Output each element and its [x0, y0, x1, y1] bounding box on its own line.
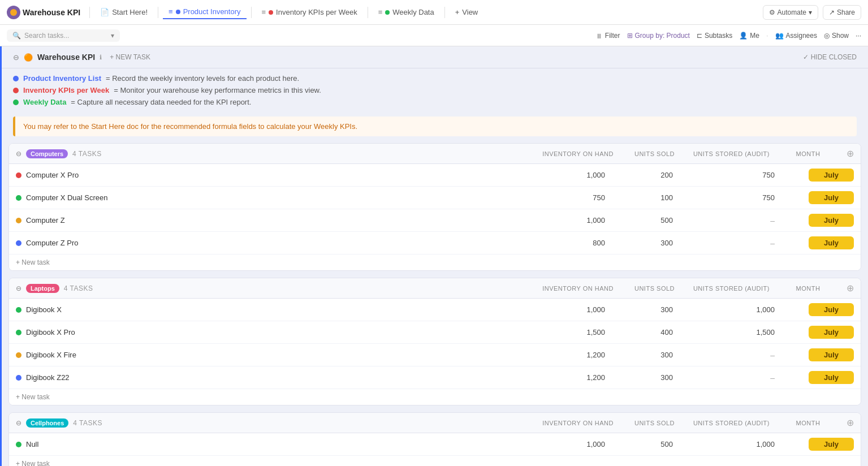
- month-cell[interactable]: July: [775, 214, 854, 227]
- group-header-cellphones: ⊖ Cellphones 4 TASKS INVENTORY ON HAND U…: [9, 413, 861, 433]
- add-field-laptops[interactable]: ⊕: [847, 283, 854, 294]
- task-row-laptops-0[interactable]: Digibook X 1,000 300 1,000 July: [9, 299, 861, 321]
- group-toggle-computers[interactable]: ⊖: [16, 150, 21, 158]
- task-name: Digibook Z22: [26, 373, 70, 382]
- task-row-cellphones-0[interactable]: Null 1,000 500 1,000 July: [9, 433, 861, 456]
- units-stored-cell: 1,000: [673, 305, 775, 314]
- month-cell[interactable]: July: [775, 169, 854, 182]
- units-sold-value: 100: [605, 193, 673, 202]
- info-section: Product Inventory List = Record the week…: [2, 68, 868, 112]
- project-title: Warehouse KPI: [37, 53, 95, 62]
- units-stored-cell: 750: [673, 193, 775, 202]
- nav-divider: [251, 7, 252, 18]
- tab-product-inventory[interactable]: ≡ Product Inventory: [163, 5, 246, 19]
- tab-inventory-kpis[interactable]: ≡ Inventory KPIs per Week: [256, 6, 363, 19]
- task-row-computers-0[interactable]: Computer X Pro 1,000 200 750 July: [9, 164, 861, 187]
- task-dot: [16, 307, 21, 313]
- task-row-laptops-3[interactable]: Digibook Z22 1,200 300 – July: [9, 366, 861, 389]
- assignees-button[interactable]: 👥 Assignees: [775, 32, 817, 40]
- units-sold-value: 500: [605, 440, 673, 448]
- task-name: Computer X Dual Screen: [26, 193, 108, 202]
- month-badge: July: [809, 438, 854, 451]
- task-row-computers-3[interactable]: Computer Z Pro 800 300 – July: [9, 232, 861, 254]
- units-sold-value: 300: [605, 351, 673, 359]
- nav-divider: [158, 7, 158, 18]
- more-icon: ···: [856, 32, 861, 40]
- month-cell[interactable]: July: [775, 348, 854, 361]
- task-row-computers-1[interactable]: Computer X Dual Screen 750 100 750 July: [9, 187, 861, 209]
- month-cell[interactable]: July: [775, 371, 854, 384]
- add-field-cellphones[interactable]: ⊕: [847, 417, 854, 428]
- plus-icon: +: [455, 8, 460, 16]
- filter-button[interactable]: ⫼ Filter: [596, 32, 620, 40]
- column-inventory-computers: INVENTORY ON HAND: [523, 150, 614, 157]
- month-badge: July: [809, 169, 854, 182]
- svg-point-0: [10, 9, 17, 16]
- new-task-button[interactable]: + NEW TASK: [106, 52, 154, 62]
- tab-dot: [269, 10, 273, 15]
- info-row-2: Weekly Data = Capture all necessary data…: [13, 98, 857, 106]
- column-month-cellphones: MONTH: [774, 420, 842, 426]
- group-toggle-cellphones[interactable]: ⊖: [16, 419, 21, 427]
- units-sold-value: 300: [605, 305, 673, 314]
- project-container: ⊖ 🟠 Warehouse KPI ℹ + NEW TASK ✓ HIDE CL…: [0, 46, 868, 466]
- search-box[interactable]: 🔍 Search tasks... ▾: [7, 29, 120, 42]
- info-text-1: = Monitor your warehouse key performance…: [114, 86, 321, 94]
- group-by-button[interactable]: ⊞ Group by: Product: [627, 32, 690, 40]
- nav-divider: [444, 7, 445, 18]
- task-dot: [16, 240, 21, 246]
- task-row-laptops-2[interactable]: Digibook X Fire 1,200 300 – July: [9, 344, 861, 366]
- task-row-laptops-1[interactable]: Digibook X Pro 1,500 400 1,500 July: [9, 321, 861, 344]
- list-icon: ≡: [169, 7, 173, 16]
- alert-text: You may refer to the Start Here doc for …: [23, 122, 357, 131]
- new-task-computers[interactable]: + New task: [9, 254, 861, 270]
- subtasks-icon: ⊏: [697, 32, 702, 40]
- month-badge: July: [809, 236, 854, 249]
- group-cellphones: ⊖ Cellphones 4 TASKS INVENTORY ON HAND U…: [8, 412, 861, 466]
- info-icon[interactable]: ℹ: [100, 54, 102, 61]
- month-cell[interactable]: July: [775, 236, 854, 249]
- inventory-on-hand-value: 750: [503, 193, 605, 202]
- units-sold-value: 300: [605, 239, 673, 247]
- tab-weekly-data[interactable]: ≡ Weekly Data: [373, 6, 440, 19]
- search-icon: 🔍: [12, 32, 21, 40]
- task-name-cell: Computer X Dual Screen: [16, 193, 503, 202]
- month-cell[interactable]: July: [775, 191, 854, 204]
- me-button[interactable]: 👤 Me: [739, 32, 759, 40]
- month-cell[interactable]: July: [775, 303, 854, 316]
- group-computers: ⊖ Computers 4 TASKS INVENTORY ON HAND UN…: [8, 143, 861, 271]
- add-field-computers[interactable]: ⊕: [847, 148, 854, 159]
- task-dot: [16, 195, 21, 201]
- month-cell[interactable]: July: [775, 438, 854, 451]
- units-stored-cell: –: [673, 351, 775, 360]
- group-header-computers: ⊖ Computers 4 TASKS INVENTORY ON HAND UN…: [9, 144, 861, 164]
- collapse-icon[interactable]: ⊖: [13, 53, 19, 62]
- units-stored-cell: 750: [673, 171, 775, 179]
- task-name-cell: Digibook Z22: [16, 373, 503, 382]
- task-dot: [16, 172, 21, 178]
- share-button[interactable]: ↗ Share: [823, 5, 861, 20]
- hide-closed-button[interactable]: ✓ HIDE CLOSED: [803, 53, 857, 61]
- automate-button[interactable]: ⚙ Automate ▾: [763, 5, 818, 20]
- list-icon: ≡: [378, 8, 383, 16]
- more-button[interactable]: ···: [856, 32, 861, 40]
- task-row-computers-2[interactable]: Computer Z 1,000 500 – July: [9, 209, 861, 232]
- tab-add-view[interactable]: + View: [450, 6, 484, 19]
- units-stored-cell: 1,000: [673, 440, 775, 448]
- new-task-laptops[interactable]: + New task: [9, 389, 861, 405]
- inventory-on-hand-value: 1,500: [503, 328, 605, 336]
- share-icon: ↗: [829, 8, 835, 16]
- units-stored-value: –: [770, 216, 775, 225]
- dot-product-inventory: [13, 76, 19, 81]
- show-button[interactable]: ◎ Show: [824, 32, 849, 40]
- month-badge: July: [809, 303, 854, 316]
- column-sold-computers: UNITS SOLD: [618, 150, 675, 157]
- task-name: Null: [26, 440, 38, 448]
- new-task-cellphones[interactable]: + New task: [9, 456, 861, 466]
- month-cell[interactable]: July: [775, 326, 854, 339]
- tab-start-here[interactable]: 📄 Start Here!: [94, 6, 153, 19]
- column-stored-laptops: UNITS STORED (AUDIT): [679, 285, 770, 292]
- units-stored-value: 750: [762, 193, 775, 202]
- subtasks-button[interactable]: ⊏ Subtasks: [697, 32, 732, 40]
- group-toggle-laptops[interactable]: ⊖: [16, 284, 21, 292]
